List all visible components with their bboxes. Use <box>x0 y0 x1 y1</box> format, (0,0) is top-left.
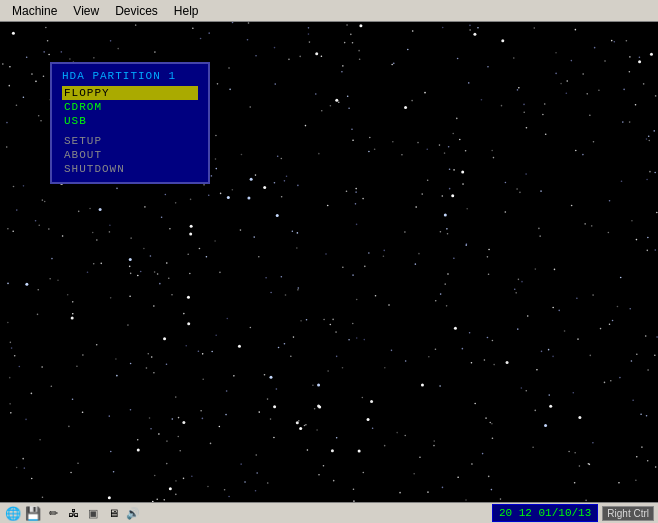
menu-bar: Machine View Devices Help <box>0 0 658 22</box>
bios-item-floppy[interactable]: FLOPPY <box>62 86 198 100</box>
vm-screen[interactable]: HDA PARTITION 1 FLOPPY CDROM USB SETUP A… <box>0 22 658 502</box>
status-left: 🌐 💾 ✏ 🖧 ▣ 🖥 🔊 <box>4 504 142 522</box>
audio-icon[interactable]: 🔊 <box>124 504 142 522</box>
menu-machine[interactable]: Machine <box>4 2 65 20</box>
floppy-save-icon[interactable]: 💾 <box>24 504 42 522</box>
status-right: 20 12 01/10/13 Right Ctrl <box>492 504 654 522</box>
menu-help[interactable]: Help <box>166 2 207 20</box>
bios-item-about[interactable]: ABOUT <box>62 148 198 162</box>
bios-title: HDA PARTITION 1 <box>62 70 198 82</box>
network-icon[interactable]: 🖧 <box>64 504 82 522</box>
usb-icon[interactable]: ▣ <box>84 504 102 522</box>
globe-icon[interactable]: 🌐 <box>4 504 22 522</box>
bios-item-shutdown[interactable]: SHUTDOWN <box>62 162 198 176</box>
menu-view[interactable]: View <box>65 2 107 20</box>
time-display: 20 12 01/10/13 <box>492 504 598 522</box>
status-bar: 🌐 💾 ✏ 🖧 ▣ 🖥 🔊 20 12 01/10/13 Right Ctrl <box>0 502 658 523</box>
bios-item-setup[interactable]: SETUP <box>62 134 198 148</box>
edit-icon[interactable]: ✏ <box>44 504 62 522</box>
menu-devices[interactable]: Devices <box>107 2 166 20</box>
bios-item-usb[interactable]: USB <box>62 114 198 128</box>
display-icon[interactable]: 🖥 <box>104 504 122 522</box>
bios-item-cdrom[interactable]: CDROM <box>62 100 198 114</box>
right-ctrl-badge: Right Ctrl <box>602 506 654 521</box>
bios-boot-menu[interactable]: HDA PARTITION 1 FLOPPY CDROM USB SETUP A… <box>50 62 210 184</box>
